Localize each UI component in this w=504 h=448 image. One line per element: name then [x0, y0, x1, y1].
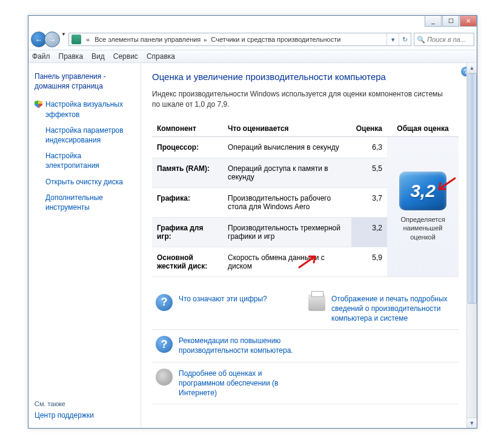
search-box[interactable]: 🔍 — [414, 33, 474, 46]
overall-score-badge: 3,2 — [399, 172, 446, 210]
col-overall: Общая оценка — [387, 121, 459, 137]
sidebar: Панель управления - домашняя страница На… — [28, 63, 141, 428]
link-recommendations[interactable]: Рекомендации по повышению производительн… — [179, 336, 302, 355]
sidebar-see-also-heading: См. также — [35, 400, 134, 407]
overall-score-cell: 3,2 Определяется наименьшей оценкой — [387, 136, 459, 276]
sidebar-power[interactable]: Настройка электропитания — [35, 151, 134, 170]
link-what-numbers[interactable]: Что означают эти цифры? — [179, 294, 267, 304]
sidebar-indexing[interactable]: Настройка параметров индексирования — [35, 125, 134, 145]
window-controls: _ ☐ ✕ — [424, 16, 477, 28]
menu-help[interactable]: Справка — [147, 52, 175, 61]
chevron-right-icon[interactable]: ▸ — [203, 36, 208, 43]
question-icon: ? — [156, 294, 173, 311]
window-frame: _ ☐ ✕ ← → ▼ « Все элементы панели управл… — [28, 15, 477, 429]
content-pane: ? Оценка и увеличение производительности… — [141, 63, 477, 428]
breadcrumb-prefix: « — [84, 36, 92, 43]
address-dropdown[interactable]: ▾ — [386, 33, 399, 45]
score-gaming-graphics: 3,2 — [351, 217, 387, 247]
col-score: Оценка — [351, 121, 387, 137]
table-row: Процессор: Операций вычисления в секунду… — [152, 136, 459, 158]
navigation-bar: ← → ▼ « Все элементы панели управления ▸… — [28, 29, 477, 50]
link-print-details[interactable]: Отображение и печать подробных сведений … — [331, 294, 455, 324]
sidebar-visual-effects[interactable]: Настройка визуальных эффектов — [35, 99, 134, 119]
breadcrumb-control-panel[interactable]: Все элементы панели управления — [92, 36, 203, 43]
forward-button[interactable]: → — [44, 32, 60, 47]
page-title: Оценка и увеличение производительности к… — [152, 72, 459, 82]
score-processor: 6,3 — [351, 136, 387, 158]
location-icon — [71, 35, 81, 44]
maximize-button[interactable]: ☐ — [442, 16, 459, 27]
score-memory: 5,5 — [351, 158, 387, 187]
printer-icon — [308, 294, 325, 311]
question-icon: ? — [156, 336, 173, 353]
sidebar-home-link[interactable]: Панель управления - домашняя страница — [35, 72, 134, 91]
sidebar-disk-cleanup[interactable]: Открыть очистку диска — [35, 177, 134, 187]
score-disk: 5,9 — [351, 247, 387, 276]
scrollbar[interactable]: ▲ ▼ — [466, 63, 477, 428]
address-bar[interactable]: « Все элементы панели управления ▸ Счетч… — [68, 33, 411, 46]
minimize-button[interactable]: _ — [425, 16, 442, 27]
col-what: Что оценивается — [223, 121, 351, 137]
link-learn-more[interactable]: Подробнее об оценках и программном обесп… — [179, 369, 302, 398]
scroll-up-button[interactable]: ▲ — [467, 63, 477, 73]
sidebar-action-center-link[interactable]: Центр поддержки — [35, 411, 134, 420]
scroll-thumb[interactable] — [468, 73, 477, 304]
menu-tools[interactable]: Сервис — [113, 52, 138, 61]
col-component: Компонент — [152, 121, 223, 137]
breadcrumb-performance[interactable]: Счетчики и средства производительности — [208, 36, 343, 43]
score-graphics: 3,7 — [351, 187, 387, 217]
intro-text: Индекс производительности Windows исполь… — [152, 89, 443, 110]
refresh-button[interactable]: ↻ — [399, 33, 411, 45]
scroll-down-button[interactable]: ▼ — [467, 418, 477, 428]
software-icon — [156, 369, 173, 386]
menu-view[interactable]: Вид — [91, 52, 105, 61]
help-links-section: ? Что означают эти цифры? Отображение и … — [152, 288, 459, 405]
menu-edit[interactable]: Правка — [59, 52, 84, 61]
score-table: Компонент Что оценивается Оценка Общая о… — [152, 121, 459, 277]
nav-history-dropdown[interactable]: ▼ — [60, 32, 68, 47]
overall-score-caption: Определяется наименьшей оценкой — [392, 215, 454, 241]
menu-bar: Файл Правка Вид Сервис Справка — [28, 50, 477, 63]
menu-file[interactable]: Файл — [32, 52, 50, 61]
sidebar-advanced-tools[interactable]: Дополнительные инструменты — [35, 193, 134, 212]
search-input[interactable] — [427, 36, 468, 43]
close-button[interactable]: ✕ — [460, 16, 477, 27]
search-icon: 🔍 — [417, 36, 425, 44]
